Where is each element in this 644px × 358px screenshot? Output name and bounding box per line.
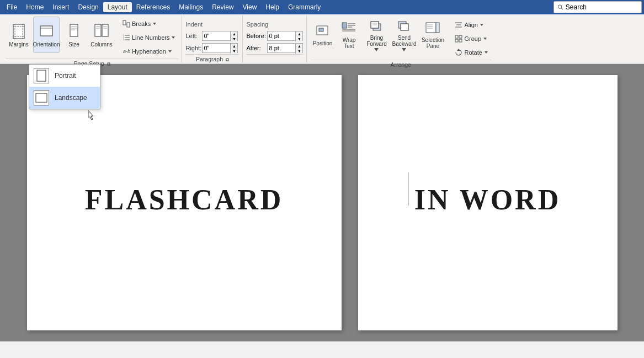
indent-left-input[interactable]: ▲ ▼: [202, 31, 238, 41]
send-backward-icon: [396, 18, 412, 34]
size-button[interactable]: Size: [61, 17, 87, 53]
breaks-icon: [123, 20, 130, 28]
indent-right-value[interactable]: [203, 44, 230, 52]
hyphenation-arrow-icon: [168, 49, 172, 54]
svg-rect-19: [123, 20, 126, 25]
rotate-label: Rotate: [464, 49, 482, 56]
portrait-label: Portrait: [55, 72, 76, 80]
arrange-group: Position Wrap Text: [307, 15, 494, 62]
hyphenation-label: Hyphenation: [132, 48, 166, 55]
size-label: Size: [68, 41, 79, 48]
svg-line-1: [561, 8, 563, 10]
position-icon: [315, 24, 330, 39]
align-icon: [455, 21, 462, 29]
selection-pane-label: Selection Pane: [422, 37, 444, 49]
position-button[interactable]: Position: [310, 17, 334, 53]
orientation-button[interactable]: Orientation: [33, 17, 60, 53]
wrap-text-icon: [341, 20, 356, 36]
margins-label: Margins: [9, 41, 29, 48]
svg-marker-55: [480, 24, 483, 26]
page-setup-small-buttons: Breaks 1 2 3 Line Numbers: [120, 17, 178, 57]
indent-right-input[interactable]: ▲ ▼: [202, 43, 238, 53]
rotate-icon: [455, 49, 462, 56]
indent-label: Paragraph ⧉: [185, 54, 239, 64]
menu-references[interactable]: References: [132, 2, 174, 12]
arrange-content: Position Wrap Text: [310, 17, 491, 59]
page-setup-buttons: Margins Orientation: [6, 17, 178, 57]
indent-left-label: Left:: [185, 33, 201, 39]
landscape-icon: [34, 90, 49, 106]
menu-layout[interactable]: Layout: [103, 2, 132, 12]
svg-rect-58: [455, 39, 458, 42]
svg-marker-60: [483, 38, 487, 40]
menu-home[interactable]: Home: [22, 2, 48, 12]
spacing-before-up[interactable]: ▲: [296, 31, 302, 36]
menu-grammarly[interactable]: Grammarly: [284, 2, 325, 12]
spacing-before-row: Before: ▲ ▼: [246, 31, 303, 41]
menu-mailings[interactable]: Mailings: [174, 2, 207, 12]
group-button[interactable]: Group: [452, 33, 491, 45]
spacing-after-up[interactable]: ▲: [296, 44, 302, 49]
rotate-arrow: [484, 50, 488, 55]
bring-forward-button[interactable]: Bring Forward: [363, 17, 390, 53]
indent-right-spin[interactable]: ▲ ▼: [230, 44, 237, 54]
spacing-before-down[interactable]: ▼: [296, 36, 302, 41]
menu-review[interactable]: Review: [207, 2, 238, 12]
portrait-option[interactable]: Portrait: [29, 65, 100, 87]
columns-label: Columns: [91, 41, 112, 48]
spacing-after-input[interactable]: ▲ ▼: [267, 43, 303, 53]
page-right: IN WORD: [358, 75, 618, 330]
align-button[interactable]: Align: [452, 19, 491, 31]
spacing-group: Spacing Before: ▲ ▼ After: ▲ ▼: [243, 15, 307, 62]
hyphenation-button[interactable]: a-b Hyphenation: [120, 45, 178, 57]
menu-view[interactable]: View: [238, 2, 262, 12]
search-bar[interactable]: [553, 1, 642, 13]
landscape-option[interactable]: Landscape: [29, 87, 100, 109]
menu-design[interactable]: Design: [73, 2, 103, 12]
line-numbers-icon: 1 2 3: [123, 34, 130, 41]
spacing-after-row: After: ▲ ▼: [246, 43, 303, 53]
spacing-after-value[interactable]: [268, 44, 295, 52]
indent-right-up[interactable]: ▲: [231, 44, 237, 49]
orientation-icon: [38, 23, 55, 40]
spacing-after-label: After:: [246, 45, 266, 51]
send-backward-button[interactable]: Send Backward: [391, 17, 417, 53]
indent-left-spin[interactable]: ▲ ▼: [230, 31, 237, 41]
spacing-before-spin[interactable]: ▲ ▼: [295, 31, 302, 41]
send-backward-arrow: [402, 48, 406, 51]
landscape-label: Landscape: [55, 94, 87, 102]
menu-bar: File Home Insert Design Layout Reference…: [0, 0, 644, 14]
menu-insert[interactable]: Insert: [48, 2, 73, 12]
indent-right-down[interactable]: ▼: [231, 49, 237, 54]
orientation-dropdown: Portrait Landscape: [29, 64, 100, 109]
columns-icon: [93, 23, 110, 40]
svg-point-0: [558, 5, 561, 8]
hyphenation-icon: a-b: [123, 48, 130, 55]
margins-button[interactable]: Margins: [6, 17, 32, 53]
indent-left-value[interactable]: [203, 31, 230, 40]
breaks-button[interactable]: Breaks: [120, 18, 178, 30]
group-label: Group: [464, 35, 481, 42]
svg-rect-20: [127, 23, 130, 27]
spacing-content: Spacing Before: ▲ ▼ After: ▲ ▼: [246, 17, 303, 53]
selection-pane-button[interactable]: Selection Pane: [418, 17, 447, 53]
search-icon: [557, 4, 563, 10]
spacing-before-input[interactable]: ▲ ▼: [267, 31, 303, 41]
menu-file[interactable]: File: [2, 2, 22, 12]
columns-button[interactable]: Columns: [88, 17, 115, 53]
svg-marker-28: [172, 36, 175, 39]
spacing-before-value[interactable]: [268, 31, 295, 40]
send-backward-label: Send Backward: [392, 35, 417, 47]
indent-left-down[interactable]: ▼: [231, 36, 237, 41]
spacing-after-down[interactable]: ▼: [296, 49, 302, 54]
line-numbers-button[interactable]: 1 2 3 Line Numbers: [120, 31, 178, 44]
svg-rect-32: [319, 28, 323, 31]
rotate-button[interactable]: Rotate: [452, 46, 491, 59]
arrange-label: Arrange: [310, 60, 491, 69]
spacing-after-spin[interactable]: ▲ ▼: [295, 44, 302, 54]
wrap-text-button[interactable]: Wrap Text: [336, 17, 362, 53]
menu-help[interactable]: Help: [261, 2, 284, 12]
arrange-right-buttons: Align Group: [452, 17, 491, 59]
indent-left-up[interactable]: ▲: [231, 31, 237, 36]
search-input[interactable]: [566, 3, 638, 11]
